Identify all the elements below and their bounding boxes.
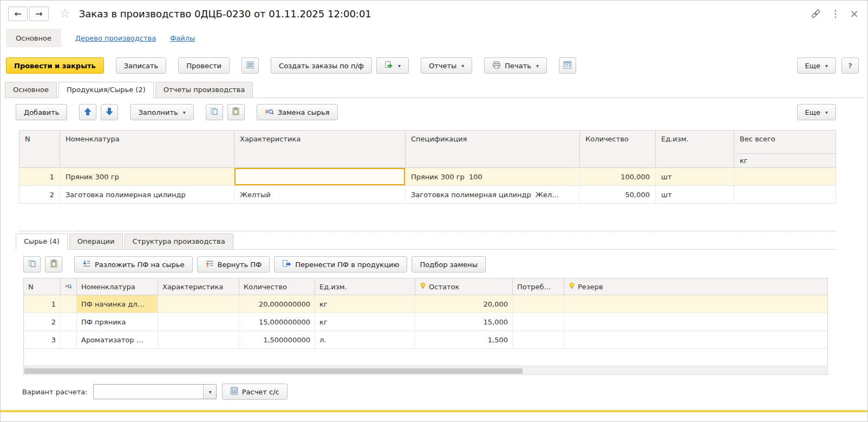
post-and-close-button[interactable]: Провести и закрыть xyxy=(6,57,104,74)
cell-unit[interactable]: л. xyxy=(315,331,415,348)
back-button[interactable]: ← xyxy=(8,7,28,21)
close-icon[interactable]: × xyxy=(850,8,859,19)
transfer-pf-button[interactable]: Перенести ПФ в продукцию xyxy=(274,256,407,272)
favorite-star-icon[interactable]: ☆ xyxy=(60,8,70,20)
cell-reserve[interactable] xyxy=(564,331,827,348)
column-header-quantity[interactable]: Количество xyxy=(580,131,656,167)
raw-table-row[interactable]: 3 Ароматизатор … 1,500000000 л. 1,500 xyxy=(24,331,827,349)
column-header-specification[interactable]: Спецификация xyxy=(406,131,580,167)
nav-link-production-tree[interactable]: Дерево производства xyxy=(75,34,156,42)
cell-reserve[interactable] xyxy=(564,313,827,330)
tab-raw-materials[interactable]: Сырье (4) xyxy=(16,233,68,250)
cell-nomenclature[interactable]: ПФ пряника xyxy=(77,313,158,330)
cell-specification[interactable]: Пряник 300 гр 100 xyxy=(406,168,580,185)
column-header-total-weight[interactable]: Вес всего кг xyxy=(734,131,836,167)
posting-journal-button[interactable] xyxy=(242,57,259,74)
raw-table-row[interactable]: 2 ПФ пряника 15,000000000 кг 15,000 xyxy=(24,313,827,331)
move-up-button[interactable] xyxy=(79,104,96,120)
help-button[interactable]: ? xyxy=(841,57,859,74)
column-header-unit[interactable]: Ед.изм. xyxy=(315,278,415,295)
scrollbar-thumb[interactable] xyxy=(24,368,523,374)
splitter-handle[interactable] xyxy=(19,231,836,231)
column-header-quantity[interactable]: Количество xyxy=(239,278,315,295)
nav-link-files[interactable]: Файлы xyxy=(170,34,195,42)
create-pf-orders-button[interactable]: Создать заказы по п/ф xyxy=(271,57,372,74)
cell-remainder[interactable]: 1,500 xyxy=(415,331,513,348)
column-header-nomenclature[interactable]: Номенклатура xyxy=(60,131,234,167)
nav-tab-main[interactable]: Основное xyxy=(6,29,61,47)
more-menu-icon[interactable]: ⋮ xyxy=(831,9,840,18)
write-button[interactable]: Записать xyxy=(116,57,167,74)
cell-weight[interactable] xyxy=(734,186,836,203)
column-header-n[interactable]: N xyxy=(24,278,61,295)
horizontal-scrollbar[interactable] xyxy=(23,367,828,375)
cell-need[interactable] xyxy=(513,295,564,313)
move-down-button[interactable] xyxy=(101,104,118,120)
cell-replace-flag[interactable] xyxy=(61,313,77,330)
paste-rows-button[interactable] xyxy=(227,104,245,120)
cell-unit[interactable]: шт xyxy=(656,168,734,185)
products-table-row[interactable]: 1 Пряник 300 гр Пряник 300 гр 100 100,00… xyxy=(19,168,836,186)
cell-quantity[interactable]: 1,500000000 xyxy=(239,331,315,348)
cell-n[interactable]: 2 xyxy=(24,313,61,330)
tab-products-raw[interactable]: Продукция/Сырье (2) xyxy=(58,82,154,98)
add-row-button[interactable]: Добавить xyxy=(16,104,67,120)
more-button[interactable]: Еще ▾ xyxy=(797,57,837,74)
cell-n[interactable]: 1 xyxy=(19,168,60,185)
cell-remainder[interactable]: 15,000 xyxy=(415,313,513,330)
cell-specification[interactable]: Заготовка полимерная цилиндр Жел… xyxy=(406,186,580,203)
cell-unit[interactable]: шт xyxy=(656,186,734,203)
cell-n[interactable]: 2 xyxy=(19,186,60,203)
tab-production-structure[interactable]: Структура производства xyxy=(125,233,233,250)
reports-button[interactable]: Отчеты ▾ xyxy=(421,57,472,74)
return-pf-button[interactable]: Вернуть ПФ xyxy=(197,256,270,272)
column-header-characteristic[interactable]: Характеристика xyxy=(234,131,406,167)
cell-reserve[interactable] xyxy=(564,295,827,313)
calc-variant-dropdown-button[interactable]: ▾ xyxy=(203,385,216,399)
column-header-remainder[interactable]: Остаток xyxy=(415,278,513,295)
column-header-need[interactable]: Потреб… xyxy=(513,278,564,295)
decompose-pf-button[interactable]: Разложить ПФ на сырье xyxy=(74,256,193,272)
tab-main[interactable]: Основное xyxy=(5,82,57,98)
cell-unit[interactable]: кг xyxy=(315,313,415,330)
post-button[interactable]: Провести xyxy=(178,57,230,74)
cell-unit[interactable]: кг xyxy=(315,295,415,313)
replace-raw-button[interactable]: a Замена сырья xyxy=(257,104,338,120)
column-header-characteristic[interactable]: Характеристика xyxy=(158,278,239,295)
cell-characteristic[interactable] xyxy=(158,295,239,313)
fill-button[interactable]: Заполнить ▾ xyxy=(130,104,193,120)
calc-variant-select[interactable]: ▾ xyxy=(93,384,217,399)
pick-replacement-button[interactable]: Подбор замены xyxy=(412,256,486,272)
cell-n[interactable]: 3 xyxy=(24,331,61,348)
column-header-replace-flag[interactable]: a xyxy=(61,278,77,295)
cell-nomenclature[interactable]: Пряник 300 гр xyxy=(60,168,234,185)
cell-quantity[interactable]: 50,000 xyxy=(580,186,656,203)
cell-replace-flag[interactable] xyxy=(61,295,77,313)
cell-characteristic-active[interactable] xyxy=(234,168,406,185)
cell-quantity[interactable]: 100,000 xyxy=(580,168,656,185)
cell-need[interactable] xyxy=(513,331,564,348)
cell-remainder[interactable]: 20,000 xyxy=(415,295,513,313)
products-more-button[interactable]: Еще ▾ xyxy=(797,104,837,120)
cell-n[interactable]: 1 xyxy=(24,295,61,313)
column-header-unit[interactable]: Ед.изм. xyxy=(656,131,734,167)
products-table-row[interactable]: 2 Заготовка полимерная цилиндр Желтый За… xyxy=(19,186,836,204)
copy-link-icon[interactable] xyxy=(811,9,821,19)
cell-nomenclature-current[interactable]: ПФ начинка дл… xyxy=(77,295,158,313)
tab-production-reports[interactable]: Отчеты производства xyxy=(155,82,253,98)
cell-nomenclature[interactable]: Заготовка полимерная цилиндр xyxy=(60,186,234,203)
form-report-settings-button[interactable] xyxy=(559,57,576,74)
forward-button[interactable]: → xyxy=(29,7,49,21)
paste-rows-button[interactable] xyxy=(45,256,62,272)
create-based-on-button[interactable]: ▾ xyxy=(376,57,409,74)
copy-rows-button[interactable] xyxy=(23,256,41,272)
calc-cost-button[interactable]: Расчет с/с xyxy=(222,384,288,400)
cell-nomenclature[interactable]: Ароматизатор … xyxy=(77,331,158,348)
cell-quantity[interactable]: 15,000000000 xyxy=(239,313,315,330)
column-header-nomenclature[interactable]: Номенклатура xyxy=(77,278,158,295)
cell-need[interactable] xyxy=(513,313,564,330)
tab-operations[interactable]: Операции xyxy=(69,233,123,250)
raw-table-row[interactable]: 1 ПФ начинка дл… 20,000000000 кг 20,000 xyxy=(24,295,827,313)
copy-rows-button[interactable] xyxy=(206,104,223,120)
print-button[interactable]: Печать ▾ xyxy=(484,57,547,74)
